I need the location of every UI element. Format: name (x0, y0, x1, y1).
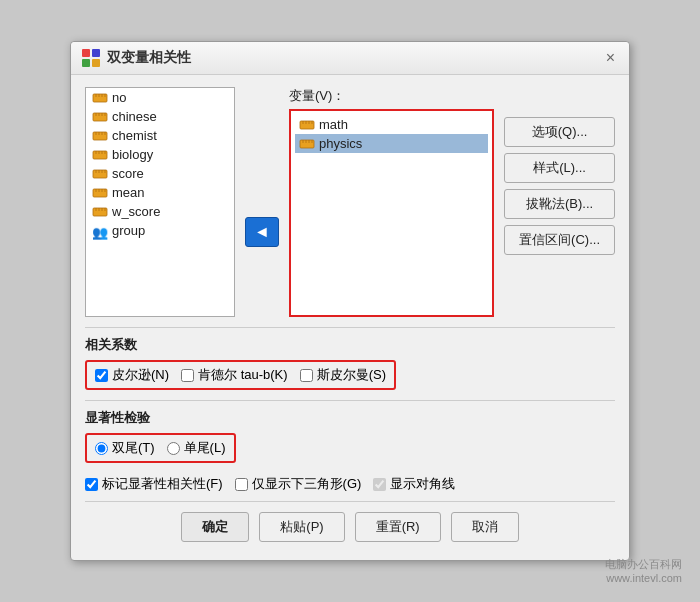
right-button-1[interactable]: 样式(L)... (504, 153, 615, 183)
list-item-label: chinese (112, 109, 157, 124)
arrow-section: ◄ (245, 87, 279, 317)
one-tail-radio-item[interactable]: 单尾(L) (167, 439, 226, 457)
list-item[interactable]: w_score (86, 202, 234, 221)
list-item[interactable]: biology (86, 145, 234, 164)
kendall-checkbox[interactable] (181, 369, 194, 382)
bottom-check-1[interactable]: 仅显示下三角形(G) (235, 475, 362, 493)
correlation-section: 相关系数 皮尔逊(N) 肯德尔 tau-b(K) 斯皮尔曼(S) (85, 327, 615, 394)
pearson-label: 皮尔逊(N) (112, 366, 169, 384)
move-variable-button[interactable]: ◄ (245, 217, 279, 247)
list-item-label: no (112, 90, 126, 105)
list-item[interactable]: no (86, 88, 234, 107)
list-item[interactable]: mean (86, 183, 234, 202)
one-tail-label: 单尾(L) (184, 439, 226, 457)
ruler-icon (92, 168, 108, 180)
svg-rect-2 (82, 59, 90, 67)
left-variable-list[interactable]: no chinese chemist (85, 87, 235, 317)
spearman-checkbox-item[interactable]: 斯皮尔曼(S) (300, 366, 386, 384)
list-item-label: chemist (112, 128, 157, 143)
list-item[interactable]: score (86, 164, 234, 183)
right-buttons-panel: 选项(Q)...样式(L)...拔靴法(B)...置信区间(C)... (504, 87, 615, 317)
list-item-label: w_score (112, 204, 160, 219)
top-section: no chinese chemist (85, 87, 615, 317)
variable-label: 变量(V)： (289, 87, 494, 105)
variable-item-label: physics (319, 136, 362, 151)
reset-button[interactable]: 重置(R) (355, 512, 441, 542)
bottom-check-label-0: 标记显著性相关性(F) (102, 475, 223, 493)
ruler-icon (92, 206, 108, 218)
bottom-check-label-1: 仅显示下三角形(G) (252, 475, 362, 493)
variable-item[interactable]: math (295, 115, 488, 134)
ruler-icon (299, 119, 315, 131)
bottom-checkboxes: 标记显著性相关性(F)仅显示下三角形(G)显示对角线 (85, 475, 615, 493)
svg-rect-0 (82, 49, 90, 57)
ruler-icon (299, 138, 315, 150)
cancel-button[interactable]: 取消 (451, 512, 519, 542)
svg-rect-1 (92, 49, 100, 57)
two-tail-radio[interactable] (95, 442, 108, 455)
bottom-checkbox-1[interactable] (235, 478, 248, 491)
list-item[interactable]: chinese (86, 107, 234, 126)
right-button-3[interactable]: 置信区间(C)... (504, 225, 615, 255)
left-list-container: no chinese chemist (85, 87, 235, 317)
kendall-checkbox-item[interactable]: 肯德尔 tau-b(K) (181, 366, 288, 384)
ruler-icon (92, 149, 108, 161)
spearman-label: 斯皮尔曼(S) (317, 366, 386, 384)
content-area: no chinese chemist (71, 75, 629, 560)
bottom-check-0[interactable]: 标记显著性相关性(F) (85, 475, 223, 493)
ok-button[interactable]: 确定 (181, 512, 249, 542)
two-tail-label: 双尾(T) (112, 439, 155, 457)
title-bar-left: 双变量相关性 (81, 48, 191, 68)
paste-button[interactable]: 粘贴(P) (259, 512, 344, 542)
one-tail-radio[interactable] (167, 442, 180, 455)
significance-radios: 双尾(T) 单尾(L) (85, 433, 236, 463)
significance-section: 显著性检验 双尾(T) 单尾(L) (85, 400, 615, 467)
watermark: 电脑办公百科网 www.intevl.com (605, 557, 682, 584)
window-title: 双变量相关性 (107, 49, 191, 67)
list-item-label: biology (112, 147, 153, 162)
app-icon (81, 48, 101, 68)
list-item[interactable]: 👥group (86, 221, 234, 240)
correlation-checkboxes: 皮尔逊(N) 肯德尔 tau-b(K) 斯皮尔曼(S) (85, 360, 396, 390)
variable-section: 变量(V)： math physics (289, 87, 494, 317)
variable-item-label: math (319, 117, 348, 132)
bottom-checkbox-0[interactable] (85, 478, 98, 491)
right-button-2[interactable]: 拔靴法(B)... (504, 189, 615, 219)
list-item-label: score (112, 166, 144, 181)
pearson-checkbox[interactable] (95, 369, 108, 382)
title-bar: 双变量相关性 × (71, 42, 629, 75)
bottom-buttons-row: 确定粘贴(P)重置(R)取消 (85, 501, 615, 548)
significance-title: 显著性检验 (85, 409, 615, 427)
correlation-title: 相关系数 (85, 336, 615, 354)
ruler-icon (92, 111, 108, 123)
variable-list[interactable]: math physics (289, 109, 494, 317)
two-tail-radio-item[interactable]: 双尾(T) (95, 439, 155, 457)
ruler-icon (92, 130, 108, 142)
kendall-label: 肯德尔 tau-b(K) (198, 366, 288, 384)
ruler-icon (92, 187, 108, 199)
svg-rect-3 (92, 59, 100, 67)
spearman-checkbox[interactable] (300, 369, 313, 382)
main-window: 双变量相关性 × no (70, 41, 630, 561)
variable-item[interactable]: physics (295, 134, 488, 153)
right-button-0[interactable]: 选项(Q)... (504, 117, 615, 147)
bottom-check-2[interactable]: 显示对角线 (373, 475, 455, 493)
bottom-checkbox-2[interactable] (373, 478, 386, 491)
person-icon: 👥 (92, 225, 108, 237)
list-item[interactable]: chemist (86, 126, 234, 145)
list-item-label: mean (112, 185, 145, 200)
bottom-check-label-2: 显示对角线 (390, 475, 455, 493)
close-button[interactable]: × (602, 48, 619, 68)
list-item-label: group (112, 223, 145, 238)
ruler-icon (92, 92, 108, 104)
pearson-checkbox-item[interactable]: 皮尔逊(N) (95, 366, 169, 384)
